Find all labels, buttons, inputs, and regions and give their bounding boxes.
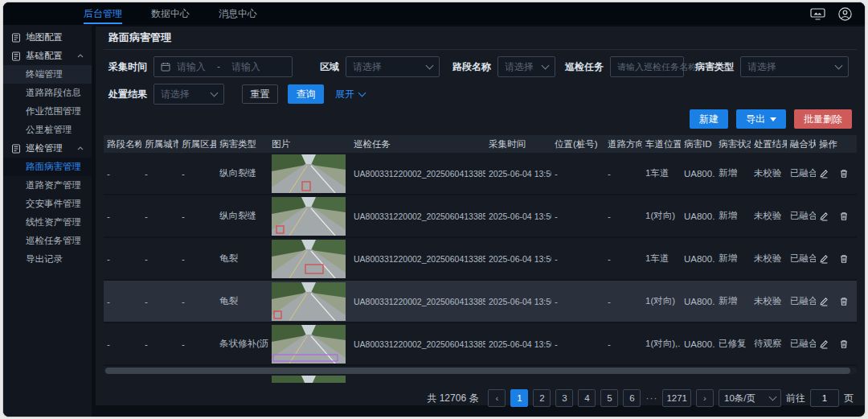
- sidebar-item-11[interactable]: 巡检任务管理: [3, 232, 92, 250]
- collect-time-end-placeholder: 请输入: [231, 60, 260, 74]
- chevron-up-icon: [77, 146, 84, 150]
- handle-result-select[interactable]: 请选择: [154, 84, 224, 105]
- menu-doc-icon: [11, 144, 21, 154]
- region-select[interactable]: 请选择: [346, 56, 440, 77]
- inspection-task-input[interactable]: 请输入巡检任务名称: [610, 56, 684, 77]
- prev-page-button[interactable]: ‹: [488, 389, 506, 407]
- edit-icon[interactable]: [819, 169, 829, 179]
- sidebar-item-8[interactable]: 道路资产管理: [3, 176, 92, 195]
- range-separator: -: [217, 61, 220, 72]
- disease-type-select[interactable]: 请选择: [740, 56, 849, 77]
- col-header-photo: 图片: [268, 138, 350, 150]
- table-actions: 新建 导出 批量删除: [104, 109, 852, 129]
- cell-fusion-status: 已融合: [787, 338, 816, 350]
- disease-photo[interactable]: [272, 197, 346, 236]
- sidebar-item-3[interactable]: 道路路段信息: [3, 84, 92, 102]
- disease-photo[interactable]: [272, 240, 346, 278]
- cell-disease-status: 新增: [715, 295, 751, 307]
- chevron-down-icon: [358, 89, 366, 97]
- sidebar-item-4[interactable]: 作业范围管理: [3, 102, 92, 121]
- partial-next-row: [104, 376, 857, 383]
- sidebar-item-6[interactable]: 巡检管理: [3, 139, 92, 158]
- col-header-disease-type: 病害类型: [216, 138, 268, 150]
- road-name-select[interactable]: 请选择: [497, 56, 555, 77]
- delete-icon[interactable]: [839, 169, 849, 179]
- page-button-4[interactable]: 4: [578, 389, 596, 407]
- cell-lane-position: 1(对向): [642, 295, 681, 307]
- scrollbar-thumb[interactable]: [105, 368, 850, 374]
- sidebar-item-1[interactable]: 基础配置: [3, 47, 92, 65]
- disease-photo[interactable]: [272, 325, 346, 364]
- export-button[interactable]: 导出: [736, 109, 786, 129]
- disease-photo[interactable]: [272, 282, 346, 321]
- screen-monitor-icon[interactable]: [810, 8, 825, 20]
- handle-result-label: 处置结果: [108, 88, 147, 101]
- sidebar-item-10[interactable]: 线性资产管理: [3, 213, 92, 232]
- cell-city: -: [141, 297, 178, 306]
- cell-handle-result: 待观察: [751, 338, 787, 350]
- menu-doc-icon: [11, 51, 21, 61]
- cell-collect-time: 2025-06-04 13:50: [485, 297, 551, 306]
- sidebar-item-9[interactable]: 交安事件管理: [3, 195, 92, 213]
- col-header-lane-position: 车道位置: [642, 138, 681, 150]
- cell-county: -: [178, 254, 216, 264]
- edit-icon[interactable]: [819, 212, 829, 221]
- table-row[interactable]: ---龟裂UA800331220002_20250604133852059202…: [104, 281, 857, 323]
- cell-disease-status: 新增: [715, 253, 751, 265]
- delete-icon[interactable]: [839, 339, 849, 349]
- sidebar-item-7[interactable]: 路面病害管理: [3, 158, 92, 176]
- expand-link[interactable]: 展开: [335, 88, 365, 101]
- delete-icon[interactable]: [839, 297, 849, 306]
- cell-collect-time: 2025-06-04 13:50: [485, 169, 551, 179]
- table-header: 路段名称所属城市所属区县病害类型图片巡检任务采集时间位置(桩号)道路方向车道位置…: [104, 135, 857, 153]
- page-button-3[interactable]: 3: [555, 389, 573, 407]
- delete-icon[interactable]: [839, 254, 849, 264]
- search-button[interactable]: 查询: [288, 84, 324, 104]
- cell-fusion-status: 已融合: [787, 210, 816, 222]
- nav-tab-1[interactable]: 数据中心: [151, 2, 190, 25]
- col-header-fusion-status: 融合状态: [787, 138, 816, 150]
- goto-unit: 页: [844, 392, 854, 405]
- sidebar-item-5[interactable]: 公里桩管理: [3, 121, 92, 139]
- next-page-button[interactable]: ›: [696, 389, 714, 407]
- nav-tab-0[interactable]: 后台管理: [84, 2, 122, 25]
- collect-time-range-input[interactable]: 请输入 - 请输入: [154, 56, 293, 77]
- horizontal-scrollbar[interactable]: [104, 368, 857, 374]
- sidebar-item-0[interactable]: 地图配置: [3, 28, 92, 47]
- cell-photo: [268, 240, 350, 278]
- reset-button[interactable]: 重置: [242, 84, 278, 104]
- table-row[interactable]: ---条状修补(沥青)UA800331220002_20250604133852…: [104, 323, 857, 366]
- sidebar-item-12[interactable]: 导出记录: [3, 250, 92, 269]
- page-button-6[interactable]: 6: [623, 389, 641, 407]
- page-button-2[interactable]: 2: [533, 389, 551, 407]
- goto-page-input[interactable]: [810, 389, 839, 407]
- cell-handle-result: 未校验: [751, 295, 787, 307]
- disease-table: 路段名称所属城市所属区县病害类型图片巡检任务采集时间位置(桩号)道路方向车道位置…: [104, 135, 857, 383]
- create-button[interactable]: 新建: [690, 109, 728, 129]
- disease-photo[interactable]: [272, 154, 346, 193]
- batch-delete-button[interactable]: 批量删除: [794, 109, 852, 129]
- col-header-operations: 操作: [816, 138, 858, 150]
- top-nav-right: [810, 7, 865, 21]
- user-avatar-icon[interactable]: [838, 7, 852, 21]
- page-button-1[interactable]: 1: [510, 389, 528, 407]
- edit-icon[interactable]: [819, 297, 829, 306]
- delete-icon[interactable]: [839, 212, 849, 221]
- col-header-city: 所属城市: [141, 138, 178, 150]
- table-body: ---纵向裂缝UA800331220002_202506041338520592…: [104, 153, 857, 366]
- page-size-select[interactable]: 10条/页: [719, 389, 781, 407]
- edit-icon[interactable]: [819, 339, 829, 349]
- table-row[interactable]: ---纵向裂缝UA800331220002_202506041338520592…: [104, 153, 857, 195]
- table-row[interactable]: ---纵向裂缝UA800331220002_202506041338520592…: [104, 195, 857, 238]
- cell-position: -: [551, 254, 604, 264]
- cell-lane-position: 1(对向),...: [642, 338, 681, 350]
- sidebar-item-2[interactable]: 终端管理: [3, 65, 92, 84]
- cell-inspection-task: UA800331220002_20250604133852059: [350, 254, 485, 264]
- cell-position: -: [551, 169, 604, 179]
- edit-icon[interactable]: [819, 254, 829, 264]
- cell-road-name: -: [104, 212, 141, 221]
- page-button-5[interactable]: 5: [600, 389, 618, 407]
- page-button-1271[interactable]: 1271: [662, 389, 691, 407]
- table-row[interactable]: ---龟裂UA800331220002_20250604133852059202…: [104, 238, 857, 281]
- nav-tab-2[interactable]: 消息中心: [219, 2, 257, 25]
